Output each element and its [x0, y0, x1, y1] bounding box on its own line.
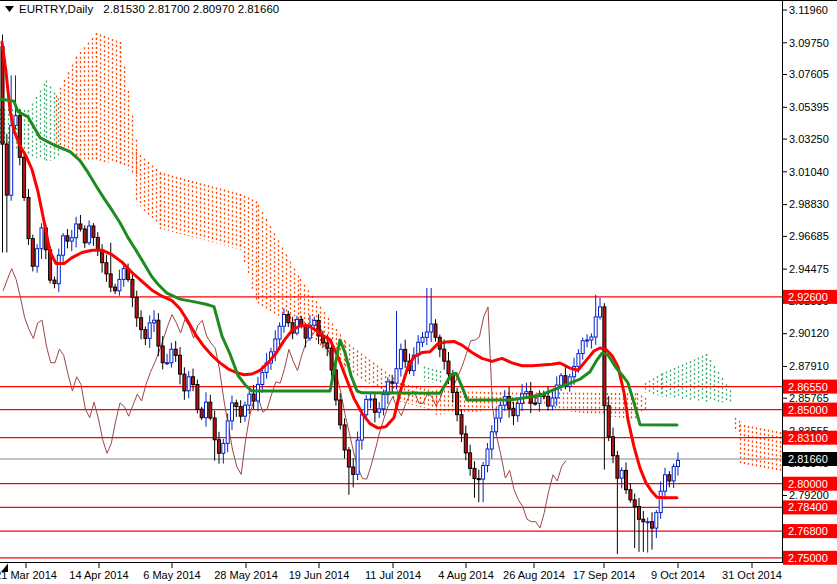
candle	[404, 340, 407, 368]
candle	[347, 447, 350, 495]
candle	[114, 284, 117, 294]
x-axis-date-label: 6 May 2014	[143, 569, 200, 581]
candle	[417, 335, 420, 364]
chikou-span-line	[3, 269, 566, 528]
candle	[386, 377, 389, 404]
candle	[83, 225, 86, 248]
candle	[508, 387, 511, 418]
price-badge-label: 2.76800	[788, 525, 828, 537]
candle	[399, 344, 402, 377]
candle	[603, 303, 606, 469]
candle	[612, 428, 615, 464]
candle	[538, 390, 541, 412]
x-axis-date-label: 4 Aug 2014	[438, 569, 494, 581]
horizontal-price-levels	[0, 297, 782, 558]
candle	[170, 343, 173, 368]
y-axis-tick-label: 2.87910	[789, 360, 829, 372]
candle	[599, 298, 602, 320]
candle	[18, 109, 21, 165]
candle	[586, 334, 589, 347]
candle	[659, 482, 662, 519]
candle	[339, 393, 342, 429]
candle	[161, 336, 164, 370]
chart-ohlc-values: 2.81530 2.81700 2.80970 2.81660	[103, 3, 279, 15]
candle	[512, 402, 515, 426]
price-badge-label: 2.86550	[788, 381, 828, 393]
price-badge-label: 2.75000	[788, 552, 828, 564]
y-axis-tick-label: 3.05395	[789, 101, 829, 113]
candle	[231, 396, 234, 430]
price-badge-label: 2.92600	[788, 291, 828, 303]
price-badge-label: 2.78400	[788, 501, 828, 513]
candle	[495, 408, 498, 435]
mt4-chart-window: 3.119603.097503.076053.053953.032503.010…	[0, 0, 837, 584]
candle	[438, 335, 441, 358]
y-axis-tick-label: 2.94475	[789, 263, 829, 275]
y-axis-tick-label: 2.90120	[789, 327, 829, 339]
candle	[192, 369, 195, 392]
candle	[590, 333, 593, 348]
candle	[105, 255, 108, 282]
y-axis-tick-label: 2.79200	[789, 489, 829, 501]
ichimoku-cloud	[1, 33, 781, 473]
candle	[153, 310, 156, 332]
candle	[464, 426, 467, 461]
x-axis-date-label: 19 Jun 2014	[289, 569, 350, 581]
candle	[239, 400, 242, 423]
candle	[179, 347, 182, 384]
candle	[317, 314, 320, 344]
chart-title: EURTRY,Daily 2.81530 2.81700 2.80970 2.8…	[19, 3, 279, 15]
candle	[31, 235, 34, 272]
candle	[209, 395, 212, 421]
candle	[257, 377, 260, 411]
candle	[36, 244, 39, 273]
candle	[594, 295, 597, 345]
candle	[200, 407, 203, 420]
candle	[235, 400, 238, 417]
candle	[473, 461, 476, 497]
candle	[213, 411, 216, 461]
candle	[677, 452, 680, 475]
candle	[244, 402, 247, 422]
chart-symbol-period: EURTRY,Daily	[19, 3, 93, 15]
price-badge-label: 2.80000	[788, 478, 828, 490]
candle	[248, 390, 251, 414]
x-axis-date-label: 9 Oct 2014	[651, 569, 705, 581]
symbol-dropdown-icon[interactable]	[5, 6, 14, 12]
candle	[122, 265, 125, 287]
candle	[1, 35, 4, 253]
x-axis-date-label: 31 Oct 2014	[722, 569, 782, 581]
y-axis-tick-label: 3.03250	[789, 133, 829, 145]
price-badge-label: 2.81660	[788, 453, 828, 465]
candle	[378, 402, 381, 418]
candle	[638, 498, 641, 552]
candle	[5, 134, 8, 253]
candle	[92, 223, 95, 246]
candle	[625, 463, 628, 495]
candle	[144, 327, 147, 346]
x-axis-date-label: 14 Apr 2014	[69, 569, 128, 581]
candle	[101, 244, 104, 272]
candle	[555, 376, 558, 406]
candle	[79, 215, 82, 232]
candle	[369, 393, 372, 409]
candle	[668, 471, 671, 487]
candle	[460, 409, 463, 442]
x-axis-date-label: 11 Jul 2014	[365, 569, 421, 581]
candle	[57, 249, 60, 293]
candle	[352, 458, 355, 487]
candle	[581, 338, 584, 360]
price-chart-canvas[interactable]: 3.119603.097503.076053.053953.032503.010…	[0, 0, 837, 584]
y-axis-tick-label: 2.96685	[789, 230, 829, 242]
candle	[482, 462, 485, 502]
candle	[135, 291, 138, 327]
candle	[187, 371, 190, 398]
candle	[421, 332, 424, 347]
candle	[287, 311, 290, 327]
candle	[356, 432, 359, 481]
candle	[196, 380, 199, 414]
candle	[205, 392, 208, 426]
candle	[174, 341, 177, 362]
candle	[148, 315, 151, 348]
candle	[469, 445, 472, 476]
